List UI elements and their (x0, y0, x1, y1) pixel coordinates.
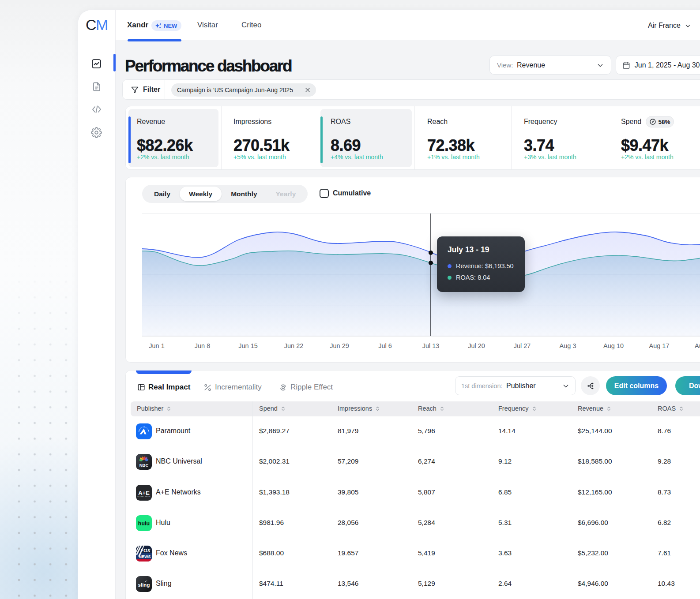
svg-text:hulu: hulu (138, 520, 150, 527)
svg-text:Aug 3: Aug 3 (560, 342, 576, 349)
svg-text:Jul 13: Jul 13 (422, 342, 440, 349)
svg-text:Jun 22: Jun 22 (284, 342, 304, 349)
svg-text:Jul 20: Jul 20 (468, 342, 485, 349)
svg-text:A+E: A+E (138, 490, 150, 496)
svg-text:Aug 17: Aug 17 (649, 342, 670, 349)
svg-text:Aug 24: Aug 24 (695, 342, 700, 349)
svg-text:NBC: NBC (139, 463, 149, 468)
svg-text:Jul 27: Jul 27 (514, 342, 531, 349)
svg-text:sling: sling (138, 582, 150, 588)
svg-text:Jun 1: Jun 1 (149, 342, 164, 349)
svg-text:GLOBAL MEDIA: GLOBAL MEDIA (137, 496, 151, 498)
svg-text:Jun 15: Jun 15 (238, 342, 258, 349)
svg-text:Jun 29: Jun 29 (330, 342, 349, 349)
svg-text:Jul 6: Jul 6 (378, 342, 392, 349)
svg-text:Aug 10: Aug 10 (603, 342, 624, 349)
svg-text:NEWS: NEWS (139, 554, 151, 559)
svg-text:Jun 8: Jun 8 (195, 342, 210, 349)
svg-text:FOX: FOX (140, 548, 151, 553)
